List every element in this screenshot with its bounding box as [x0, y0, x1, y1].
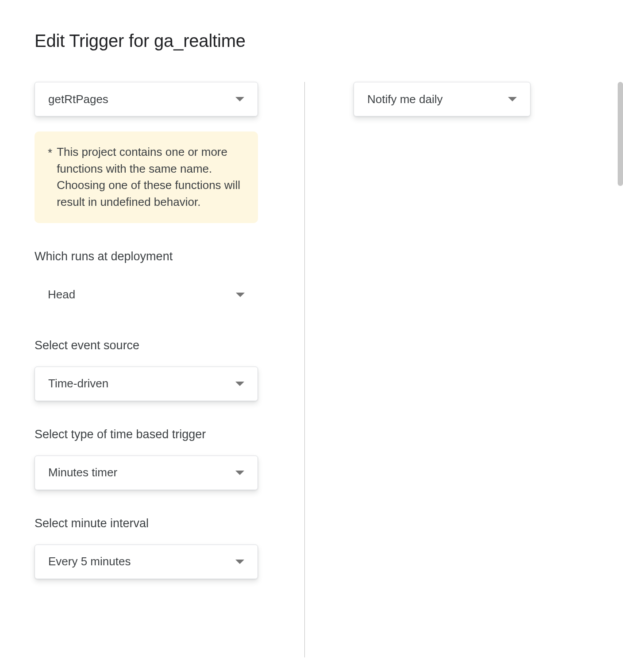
event-source-group: Select event source Time-driven — [35, 339, 265, 401]
chevron-down-icon — [508, 97, 517, 101]
chevron-down-icon — [235, 97, 244, 101]
dialog-columns: getRtPages * This project contains one o… — [0, 82, 623, 657]
event-source-select-value: Time-driven — [48, 377, 235, 390]
time-trigger-type-select[interactable]: Minutes timer — [35, 456, 258, 490]
edit-trigger-dialog: Edit Trigger for ga_realtime getRtPages … — [0, 0, 623, 672]
warning-text: This project contains one or more functi… — [57, 144, 245, 211]
chevron-down-icon — [235, 560, 244, 564]
right-column: Notify me daily — [305, 82, 570, 657]
dialog-title: Edit Trigger for ga_realtime — [35, 31, 623, 51]
time-trigger-type-select-value: Minutes timer — [48, 466, 235, 479]
dialog-header: Edit Trigger for ga_realtime — [0, 0, 623, 51]
scrollbar-thumb[interactable] — [618, 82, 623, 186]
deployment-select[interactable]: Head — [35, 278, 258, 312]
function-select-value: getRtPages — [48, 93, 235, 106]
event-source-label: Select event source — [35, 339, 265, 352]
minute-interval-select[interactable]: Every 5 minutes — [35, 545, 258, 579]
deployment-select-value: Head — [48, 288, 236, 301]
event-source-select[interactable]: Time-driven — [35, 367, 258, 401]
failure-notification-value: Notify me daily — [367, 93, 508, 106]
time-trigger-type-label: Select type of time based trigger — [35, 428, 265, 441]
minute-interval-select-value: Every 5 minutes — [48, 555, 235, 568]
warning-asterisk: * — [48, 144, 52, 211]
left-column: getRtPages * This project contains one o… — [35, 82, 304, 657]
time-trigger-type-group: Select type of time based trigger Minute… — [35, 428, 265, 490]
chevron-down-icon — [235, 471, 244, 475]
chevron-down-icon — [236, 293, 245, 297]
deployment-label: Which runs at deployment — [35, 250, 265, 263]
failure-notification-select[interactable]: Notify me daily — [354, 82, 531, 116]
scrollbar[interactable] — [618, 82, 623, 186]
function-select[interactable]: getRtPages — [35, 82, 258, 116]
chevron-down-icon — [235, 382, 244, 386]
deployment-group: Which runs at deployment Head — [35, 250, 265, 312]
minute-interval-label: Select minute interval — [35, 517, 265, 530]
duplicate-function-warning: * This project contains one or more func… — [35, 131, 258, 223]
minute-interval-group: Select minute interval Every 5 minutes — [35, 517, 265, 579]
